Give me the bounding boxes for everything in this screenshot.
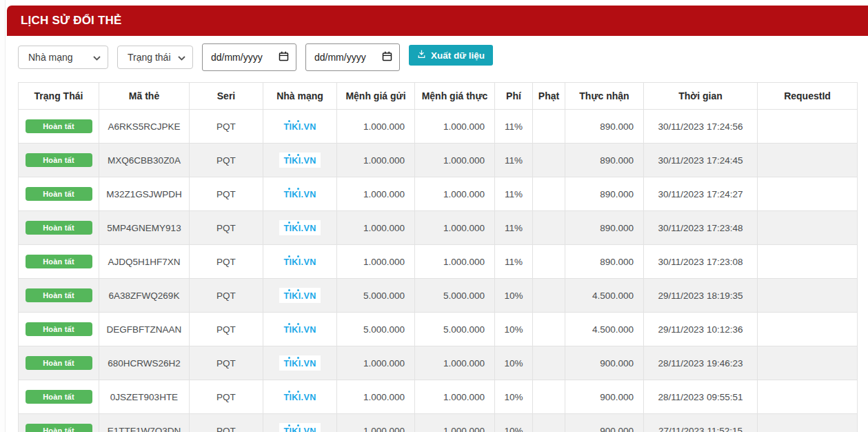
cell-network: TIKI.VN xyxy=(263,346,337,380)
cell-seri: PQT xyxy=(190,110,263,144)
cell-request-id xyxy=(758,245,858,279)
cell-seri: PQT xyxy=(190,279,263,313)
cell-penalty xyxy=(533,346,565,380)
cell-seri: PQT xyxy=(190,211,263,245)
tiki-logo: TIKI.VN xyxy=(279,389,320,404)
col-header-real-value: Mệnh giá thực xyxy=(415,83,495,110)
cell-card-code: 6A38ZFWQ269K xyxy=(99,279,190,313)
cell-request-id xyxy=(758,346,858,380)
status-badge: Hoàn tất xyxy=(26,356,92,370)
filter-bar: Nhà mạng Trạng thái dd/mm/yyyy dd/mm/yyy… xyxy=(7,36,868,77)
page-left-gutter xyxy=(0,0,6,432)
cell-time: 29/11/2023 10:12:36 xyxy=(644,313,758,346)
table-row: Hoàn tất 0JSZET903HTE PQT TIKI.VN 1.000.… xyxy=(19,380,858,414)
date-from-input[interactable]: dd/mm/yyyy xyxy=(202,43,296,71)
status-badge: Hoàn tất xyxy=(26,288,92,302)
download-icon xyxy=(417,50,426,61)
cell-card-code: E1TTF1W7Q3DN xyxy=(99,414,190,432)
cell-seri: PQT xyxy=(190,346,263,380)
cell-seri: PQT xyxy=(190,313,263,346)
cell-status: Hoàn tất xyxy=(19,346,99,380)
cell-time: 30/11/2023 17:24:45 xyxy=(644,144,758,177)
cell-card-code: AJDQ5H1HF7XN xyxy=(99,245,190,279)
cell-card-code: MXQ6CBB30Z0A xyxy=(99,144,190,177)
cell-time: 27/11/2023 11:52:15 xyxy=(644,414,758,432)
cell-fee: 11% xyxy=(495,245,533,279)
cell-seri: PQT xyxy=(190,177,263,211)
calendar-icon[interactable] xyxy=(382,51,392,63)
status-badge: Hoàn tất xyxy=(26,390,92,404)
cell-real-value: 1.000.000 xyxy=(415,110,495,144)
tiki-logo: TIKI.VN xyxy=(279,322,320,337)
tiki-logo: TIKI.VN xyxy=(279,220,320,235)
cell-received: 4.500.000 xyxy=(565,313,644,346)
cell-received: 890.000 xyxy=(565,177,644,211)
cell-status: Hoàn tất xyxy=(19,279,99,313)
status-badge: Hoàn tất xyxy=(26,153,92,167)
cell-fee: 10% xyxy=(495,346,533,380)
cell-status: Hoàn tất xyxy=(19,380,99,414)
cell-card-code: A6RKS5RCJPKE xyxy=(99,110,190,144)
cell-time: 30/11/2023 17:24:27 xyxy=(644,177,758,211)
cell-request-id xyxy=(758,414,858,432)
cell-time: 28/11/2023 19:46:23 xyxy=(644,346,758,380)
cell-status: Hoàn tất xyxy=(19,110,99,144)
cell-status: Hoàn tất xyxy=(19,414,99,432)
table-header-row: Trạng Thái Mã thẻ Seri Nhà mạng Mệnh giá… xyxy=(19,83,858,110)
network-filter-value: Nhà mạng xyxy=(28,52,73,63)
date-to-input[interactable]: dd/mm/yyyy xyxy=(305,43,400,71)
cell-time: 28/11/2023 09:55:51 xyxy=(644,380,758,414)
tiki-logo: TIKI.VN xyxy=(279,153,320,168)
cell-network: TIKI.VN xyxy=(263,211,337,245)
cell-penalty xyxy=(533,414,565,432)
cell-request-id xyxy=(758,110,858,144)
table-body: Hoàn tất A6RKS5RCJPKE PQT TIKI.VN 1.000.… xyxy=(19,110,858,432)
table-row: Hoàn tất E1TTF1W7Q3DN PQT TIKI.VN 1.000.… xyxy=(19,414,858,432)
cell-real-value: 1.000.000 xyxy=(415,177,495,211)
network-filter-select[interactable]: Nhà mạng xyxy=(18,46,108,69)
cell-received: 890.000 xyxy=(565,144,644,177)
cell-time: 30/11/2023 17:23:08 xyxy=(644,245,758,279)
tiki-logo: TIKI.VN xyxy=(279,186,320,202)
tiki-logo: TIKI.VN xyxy=(279,254,320,269)
cell-card-code: 5MP4GNEMY913 xyxy=(99,211,190,245)
table-row: Hoàn tất 680HCRWS26H2 PQT TIKI.VN 1.000.… xyxy=(19,346,858,380)
cell-seri: PQT xyxy=(190,245,263,279)
cell-request-id xyxy=(758,211,858,245)
cell-network: TIKI.VN xyxy=(263,245,337,279)
cell-request-id xyxy=(758,177,858,211)
status-badge: Hoàn tất xyxy=(26,119,92,133)
cell-penalty xyxy=(533,279,565,313)
cell-card-code: M32Z1GSJWPDH xyxy=(99,177,190,211)
col-header-status: Trạng Thái xyxy=(19,83,99,110)
panel-header: LỊCH SỬ ĐỔI THẺ xyxy=(7,6,868,36)
tiki-logo: TIKI.VN xyxy=(279,423,320,432)
cell-network: TIKI.VN xyxy=(263,110,337,144)
cell-penalty xyxy=(533,313,565,346)
table-row: Hoàn tất M32Z1GSJWPDH PQT TIKI.VN 1.000.… xyxy=(19,177,858,211)
col-header-seri: Seri xyxy=(190,83,263,110)
cell-real-value: 1.000.000 xyxy=(415,245,495,279)
col-header-card-code: Mã thẻ xyxy=(99,83,190,110)
cell-received: 890.000 xyxy=(565,110,644,144)
cell-penalty xyxy=(533,245,565,279)
card-history-panel: LỊCH SỬ ĐỔI THẺ Nhà mạng Trạng thái dd/m… xyxy=(7,0,868,432)
cell-network: TIKI.VN xyxy=(263,144,337,177)
table-row: Hoàn tất A6RKS5RCJPKE PQT TIKI.VN 1.000.… xyxy=(19,110,858,144)
cell-penalty xyxy=(533,380,565,414)
col-header-penalty: Phạt xyxy=(533,83,565,110)
status-badge: Hoàn tất xyxy=(26,187,92,201)
cell-network: TIKI.VN xyxy=(263,177,337,211)
status-badge: Hoàn tất xyxy=(26,322,92,336)
cell-time: 30/11/2023 17:23:48 xyxy=(644,211,758,245)
cell-sent-value: 1.000.000 xyxy=(337,211,415,245)
cell-fee: 10% xyxy=(495,313,533,346)
cell-received: 4.500.000 xyxy=(565,279,644,313)
cell-penalty xyxy=(533,177,565,211)
cell-status: Hoàn tất xyxy=(19,144,99,177)
export-data-button[interactable]: Xuất dữ liệu xyxy=(409,45,493,66)
calendar-icon[interactable] xyxy=(279,51,289,63)
history-table: Trạng Thái Mã thẻ Seri Nhà mạng Mệnh giá… xyxy=(18,82,858,432)
status-filter-select[interactable]: Trạng thái xyxy=(117,46,193,69)
cell-sent-value: 1.000.000 xyxy=(337,110,415,144)
